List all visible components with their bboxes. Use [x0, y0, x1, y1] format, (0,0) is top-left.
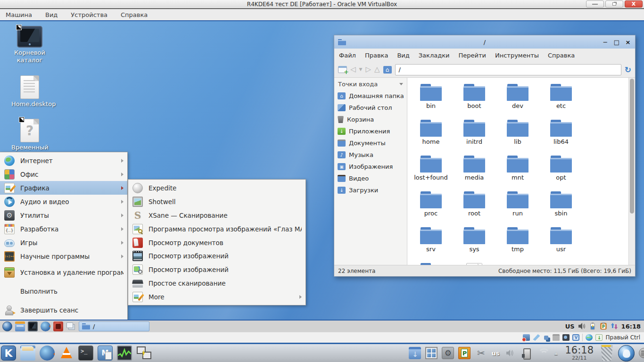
menu-item-internet[interactable]: Интернет: [0, 154, 127, 167]
sidebar-item-downloads[interactable]: ↓Загрузки: [334, 184, 407, 196]
folder-item[interactable]: dev: [496, 82, 539, 118]
folder-item[interactable]: root: [453, 190, 496, 226]
menu-item-science[interactable]: Научные программы: [0, 249, 127, 263]
sidebar-item-home[interactable]: ⌂Домашняя папка: [334, 90, 407, 102]
vlc-launcher[interactable]: [59, 346, 74, 361]
fm-menu-view[interactable]: Вид: [397, 52, 409, 59]
file-manager-launcher[interactable]: [20, 346, 35, 361]
maximize-button[interactable]: □: [613, 39, 620, 46]
folder-item[interactable]: mnt: [496, 154, 539, 190]
fm-menu-edit[interactable]: Правка: [365, 52, 388, 59]
trash-icon[interactable]: [600, 345, 614, 361]
menu-item-graphics[interactable]: Графика: [0, 181, 127, 195]
menu-item-office[interactable]: Офис: [0, 167, 127, 181]
display-icon[interactable]: [28, 321, 38, 331]
file-item-partial[interactable]: [453, 262, 496, 265]
file-manager-launcher[interactable]: [15, 321, 25, 331]
shared-folder-icon[interactable]: [553, 334, 560, 341]
close-button[interactable]: ×: [625, 39, 631, 46]
sidebar-item-desktop[interactable]: Рабочий стол: [334, 102, 407, 114]
clipboard-icon[interactable]: P: [458, 347, 471, 359]
terminal-launcher[interactable]: >_: [78, 346, 93, 361]
new-window-icon[interactable]: [338, 66, 347, 73]
host-clock[interactable]: 16:18 22/11: [563, 345, 595, 361]
taskbar-window-button[interactable]: /: [79, 321, 149, 331]
forward-icon[interactable]: ▷: [365, 66, 371, 73]
minimize-button[interactable]: −: [602, 39, 609, 46]
scissors-icon[interactable]: ✂: [475, 347, 487, 359]
volume-icon[interactable]: [578, 322, 586, 330]
tray-expander-icon[interactable]: ▲: [553, 351, 559, 355]
menu-item-install-remove[interactable]: Установка и удаление программ: [0, 263, 127, 282]
submenu-item-shotwell[interactable]: Shotwell: [128, 195, 305, 209]
remote-desktop-launcher[interactable]: [136, 346, 151, 361]
location-bar[interactable]: /: [395, 64, 621, 75]
hard-disk-icon[interactable]: [523, 334, 530, 341]
close-button[interactable]: X: [625, 0, 643, 8]
fm-menu-tools[interactable]: Инструменты: [495, 52, 539, 59]
k-menu-button[interactable]: K: [1, 346, 16, 361]
keyboard-layout-indicator[interactable]: US: [565, 323, 575, 330]
folder-item[interactable]: bin: [409, 82, 453, 118]
submenu-item-more[interactable]: More: [128, 290, 305, 304]
menu-item-audio-video[interactable]: Аудио и видео: [0, 195, 127, 208]
submenu-item-xsane[interactable]: XSane — Сканирование: [128, 209, 305, 222]
network-icon[interactable]: [544, 336, 548, 340]
submenu-item-eye-of-mate[interactable]: Программа просмотра изображений «Глаз MA…: [128, 222, 305, 236]
scrollbar-thumb[interactable]: [630, 79, 634, 214]
vbox-menu-view[interactable]: Вид: [45, 11, 58, 18]
folder-item[interactable]: home: [409, 118, 453, 154]
downloads-icon[interactable]: ↓: [409, 347, 421, 359]
vbox-menu-help[interactable]: Справка: [121, 11, 148, 18]
folder-item[interactable]: lost+found: [409, 154, 453, 190]
window-selector-icon[interactable]: [66, 322, 73, 328]
file-manager-view[interactable]: bin boot dev etc home initrd lib lib64 l…: [407, 78, 635, 265]
folder-item[interactable]: tmp: [496, 226, 539, 262]
system-log-launcher[interactable]: M: [98, 346, 113, 361]
firefox-launcher[interactable]: [41, 321, 50, 331]
menu-item-development[interactable]: Разработка: [0, 222, 127, 236]
clipboard-icon[interactable]: P: [600, 322, 607, 330]
submenu-item-image-viewer-1[interactable]: Просмотр изображений: [128, 249, 305, 263]
guest-additions-icon[interactable]: V: [572, 334, 579, 341]
main-menu-button[interactable]: [2, 321, 12, 331]
folder-item[interactable]: initrd: [453, 118, 496, 154]
guest-clock[interactable]: 16:18: [621, 323, 641, 330]
battery-icon[interactable]: [589, 322, 596, 330]
folder-item[interactable]: media: [453, 154, 496, 190]
menu-item-games[interactable]: Игры: [0, 236, 127, 249]
pager-icon[interactable]: [425, 347, 438, 359]
folder-item[interactable]: lib64: [539, 118, 583, 154]
fm-menu-file[interactable]: Файл: [339, 52, 356, 59]
desktop-icon-home[interactable]: Home.desktop: [11, 75, 48, 108]
restore-button[interactable]: [605, 0, 623, 8]
folder-item-partial[interactable]: [409, 262, 453, 265]
vbox-titlebar[interactable]: R4KDE64 тест DE [Работает] - Oracle VM V…: [0, 0, 644, 8]
firefox-launcher[interactable]: [40, 346, 55, 361]
keyboard-layout-indicator[interactable]: us: [491, 347, 499, 359]
panel-hide-button[interactable]: [639, 348, 644, 358]
screenshot-icon[interactable]: [53, 321, 63, 331]
scrollbar[interactable]: [628, 78, 635, 265]
fm-menu-bookmarks[interactable]: Закладки: [419, 52, 450, 59]
folder-item[interactable]: sys: [453, 226, 496, 262]
submenu-item-document-viewer[interactable]: Просмотр документов: [128, 236, 305, 249]
optical-pen-icon[interactable]: [533, 334, 540, 341]
rosa-sphere-icon[interactable]: [618, 345, 635, 362]
volume-icon[interactable]: [504, 347, 516, 359]
home-icon[interactable]: ⌂: [383, 66, 392, 74]
fm-menu-help[interactable]: Справка: [548, 52, 575, 59]
sidebar-item-applications[interactable]: ↓Приложения: [334, 125, 407, 137]
vbox-menu-machine[interactable]: Машина: [6, 11, 32, 18]
services-icon[interactable]: ⚙: [442, 347, 454, 359]
sidebar-item-trash[interactable]: Корзина: [334, 114, 407, 125]
system-monitor-launcher[interactable]: [117, 346, 132, 361]
network-activity-icon[interactable]: [586, 334, 593, 341]
file-manager-titlebar[interactable]: / − □ ×: [334, 35, 635, 49]
refresh-icon[interactable]: ↻: [625, 65, 631, 74]
guest-desktop[interactable]: Корневой каталог Home.desktop ? Временны…: [0, 20, 644, 332]
fm-menu-go[interactable]: Перейти: [458, 52, 486, 59]
folder-item[interactable]: usr: [539, 226, 583, 262]
back-icon[interactable]: ◁: [350, 66, 356, 73]
menu-item-run[interactable]: Выполнить: [0, 282, 127, 301]
